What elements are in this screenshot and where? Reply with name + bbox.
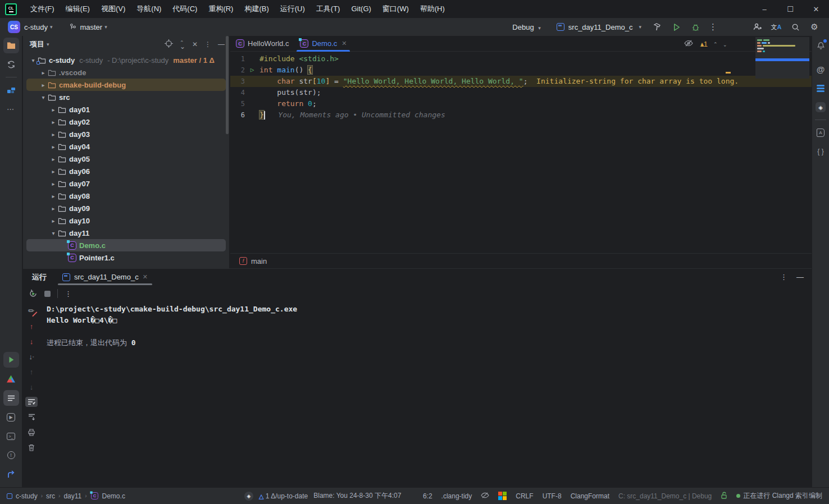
close-button[interactable]: ✕ <box>803 0 829 18</box>
assistant-plugin-icon[interactable]: ◈ <box>244 492 253 501</box>
formatter-widget[interactable]: ClangFormat <box>571 492 609 500</box>
scroll-down-icon[interactable]: ↓▫ <box>25 351 38 361</box>
menu-item[interactable]: 代码(C) <box>167 0 203 18</box>
encoding-widget[interactable]: UTF-8 <box>543 492 562 500</box>
chevron-right-icon[interactable]: ▸ <box>49 119 58 125</box>
chevron-down-icon[interactable]: ▾ <box>39 94 48 100</box>
debug-button[interactable] <box>690 21 701 33</box>
chevron-right-icon[interactable]: ▸ <box>39 70 48 76</box>
prev-occurrence-icon[interactable]: ↑ <box>25 366 38 377</box>
tree-item-demo-c[interactable]: CDemo.c <box>26 239 226 251</box>
code-line-6[interactable]: 6} You, Moments ago • Uncommitted change… <box>230 109 812 121</box>
more-actions-icon[interactable]: ⋮ <box>709 22 718 32</box>
down-stacktrace-icon[interactable]: ↓ <box>25 336 38 346</box>
build-hammer-icon[interactable] <box>652 21 663 33</box>
chevron-right-icon[interactable]: ▸ <box>49 131 58 138</box>
clang-tidy-widget[interactable]: .clang-tidy <box>441 492 472 500</box>
unlocked-icon[interactable] <box>721 492 727 501</box>
up-stacktrace-icon[interactable]: ↑ <box>25 321 38 331</box>
code-line-4[interactable]: 4 puts(str); <box>230 87 812 98</box>
menu-item[interactable]: Git(G) <box>345 0 376 18</box>
structure-tool-icon[interactable] <box>3 82 19 98</box>
code-line-1[interactable]: 1#include <stdio.h> <box>230 53 812 65</box>
terminal-tool-icon[interactable]: >_ <box>3 428 19 444</box>
run-line-icon[interactable]: ▷ <box>245 65 259 76</box>
menu-item[interactable]: 导航(N) <box>131 0 167 18</box>
tree-item-day03[interactable]: ▸day03 <box>26 128 226 140</box>
run-config-status[interactable]: C: src_day11_Demo_c | Debug <box>618 492 712 500</box>
breadcrumb-function[interactable]: main <box>251 257 267 265</box>
git-tool-icon[interactable] <box>3 466 19 482</box>
tree-item--vscode[interactable]: ▸.vscode <box>26 66 226 79</box>
hide-panel-icon[interactable]: — <box>218 40 225 48</box>
run-button[interactable] <box>671 21 682 33</box>
braces-tool-icon[interactable]: { } <box>813 144 828 159</box>
database-tool-icon[interactable] <box>813 80 828 96</box>
translate-icon[interactable]: 文A <box>771 21 782 33</box>
chevron-right-icon[interactable]: ▸ <box>49 107 58 113</box>
run-mode-selector[interactable]: Debug ▾ <box>512 23 543 31</box>
notifications-bell-icon[interactable] <box>813 38 828 53</box>
chevron-right-icon[interactable]: ▸ <box>49 181 58 187</box>
add-user-icon[interactable] <box>751 21 763 33</box>
close-tab-icon[interactable]: ✕ <box>143 273 148 281</box>
more-options-icon[interactable]: ⋮ <box>204 40 211 48</box>
more-actions-icon[interactable]: ⋮ <box>65 290 72 298</box>
project-avatar[interactable]: CS <box>8 21 20 33</box>
tree-item-day08[interactable]: ▸day08 <box>26 190 226 202</box>
chevron-right-icon[interactable]: ▸ <box>49 218 58 224</box>
dictionary-tool-icon[interactable]: A <box>813 125 828 140</box>
caret-position[interactable]: 6:2 <box>423 492 432 500</box>
services-tool-icon[interactable]: ▶ <box>3 409 19 425</box>
cmake-tool-icon[interactable] <box>3 371 19 387</box>
problems-tool-icon[interactable]: ! <box>3 447 19 463</box>
menu-item[interactable]: 工具(T) <box>311 0 346 18</box>
menu-item[interactable]: 编辑(E) <box>60 0 95 18</box>
more-options-icon[interactable]: ⋮ <box>780 273 787 281</box>
menu-item[interactable]: 视图(V) <box>95 0 131 18</box>
minimap[interactable] <box>755 37 809 79</box>
menu-item[interactable]: 窗口(W) <box>377 0 414 18</box>
assistant-plugin-icon[interactable]: ◈ <box>813 99 828 115</box>
indexing-status[interactable]: 正在进行 Clangd 索引编制 <box>736 491 822 501</box>
run-config-selector[interactable]: src_day11_Demo_c ▾ <box>557 23 644 31</box>
menu-item[interactable]: 重构(R) <box>203 0 239 18</box>
expand-all-icon[interactable]: ⌃⌃ <box>180 42 185 47</box>
project-panel-title[interactable]: 项目 <box>30 39 44 49</box>
commit-tool-icon[interactable] <box>3 57 19 72</box>
scrollbar-thumb[interactable] <box>226 36 229 134</box>
messages-tool-icon[interactable] <box>3 390 19 406</box>
stop-icon[interactable] <box>44 291 51 297</box>
blame-widget[interactable]: Blame: You 24-8-30 下午4:07 <box>313 491 401 501</box>
project-tool-icon[interactable] <box>3 38 19 53</box>
print-icon[interactable] <box>25 427 38 437</box>
branch-selector[interactable]: master ▾ <box>69 23 109 31</box>
minimap-viewport[interactable] <box>755 58 809 61</box>
tree-item-src[interactable]: ▾src <box>26 91 226 103</box>
tree-item-day07[interactable]: ▸day07 <box>26 177 226 190</box>
breadcrumb-item[interactable]: c-study <box>16 492 38 500</box>
run-tool-icon[interactable] <box>3 352 19 368</box>
chevron-right-icon[interactable]: ▸ <box>49 168 58 175</box>
chevron-right-icon[interactable]: ▸ <box>49 156 58 162</box>
search-icon[interactable] <box>790 21 801 33</box>
chevron-right-icon[interactable]: ▸ <box>49 205 58 212</box>
run-console[interactable]: D:\project\c-study\cmake-build-debug\src… <box>40 303 812 487</box>
soft-wrap-icon[interactable] <box>25 397 38 407</box>
next-problem-icon[interactable]: ⌃ <box>723 42 727 47</box>
git-delta-widget[interactable]: △ 1 Δ/up-to-date <box>259 492 308 500</box>
warning-stripe-mark[interactable] <box>726 72 731 74</box>
menu-item[interactable]: 文件(F) <box>25 0 60 18</box>
tree-item-day11[interactable]: ▾day11 <box>26 227 226 239</box>
ai-assistant-icon[interactable]: @ <box>813 61 828 77</box>
collapse-all-icon[interactable]: ✕ <box>192 40 198 48</box>
run-panel-title[interactable]: 运行 <box>32 272 47 282</box>
maximize-button[interactable]: ☐ <box>777 0 803 18</box>
chevron-right-icon[interactable]: ▸ <box>39 82 48 88</box>
pen-icon[interactable]: ✎ <box>25 306 38 316</box>
menu-item[interactable]: 帮助(H) <box>414 0 450 18</box>
next-occurrence-icon[interactable]: ↓ <box>25 382 38 392</box>
breadcrumb-item[interactable]: src <box>46 492 55 500</box>
settings-gear-icon[interactable]: ⚙ <box>809 21 820 33</box>
locate-icon[interactable] <box>165 39 173 49</box>
